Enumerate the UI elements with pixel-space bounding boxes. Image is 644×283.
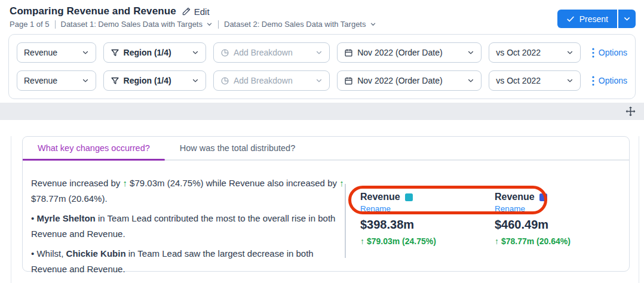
pie-chart-icon [220,48,229,57]
pie-chart-icon [220,76,229,85]
up-arrow-icon: ↑ [122,178,127,188]
add-breakdown-select-2[interactable]: Add Breakdown [213,70,330,91]
options-label: Options [599,76,627,85]
rename-link[interactable]: Rename [495,204,525,213]
metric-select-label: Revenue [24,76,57,85]
chevron-down-icon [467,49,474,56]
check-icon [566,15,575,23]
up-arrow-icon: ↑ [339,178,344,188]
dataset1-selector[interactable]: Dataset 1: Demo Sales Data with Targets [61,20,213,29]
chevron-down-icon [206,21,213,27]
insight-bullet-2: • Whilst, Chickie Kubin in Team Lead saw… [31,246,345,277]
present-button-group: Present [557,10,636,28]
content-panel: What key changes occurred? How was the t… [11,136,639,283]
separator [55,20,56,29]
tab-total-distributed[interactable]: How was the total distributed? [165,137,310,159]
person-name: Chickie Kubin [66,248,126,259]
top-bar-left: Comparing Revenue and Revenue Edit Page … [10,5,376,29]
separator [218,20,219,29]
metric-change: ↑ $79.03m (24.75%) [360,236,495,246]
filter-panel: Revenue Region (1/4) Add Breakdown Nov 2… [8,34,636,99]
edit-label: Edit [194,7,210,17]
filter-row-1: Revenue Region (1/4) Add Breakdown Nov 2… [17,42,627,63]
add-breakdown-placeholder: Add Breakdown [234,76,293,85]
summary-text: Revenue increased by ↑ $79.03m (24.75%) … [31,176,345,207]
filter-select-label: Region (1/4) [124,48,171,57]
comparison-select-label: vs Oct 2022 [496,76,541,85]
funnel-icon [111,76,119,85]
present-button[interactable]: Present [557,10,617,28]
move-icon[interactable] [625,106,636,117]
metric-name: Revenue [495,192,535,202]
chevron-down-icon [623,15,631,23]
insight-bullet-1: • Myrle Shelton in Team Lead contributed… [31,211,345,242]
present-label: Present [579,14,608,24]
options-label: Options [599,48,627,57]
date-select-2[interactable]: Nov 2022 (Order Date) [337,70,482,91]
metrics-summary: Revenue Rename $398.38m ↑ $79.03m (24.75… [346,176,629,281]
bullet-segment: • Whilst, [31,248,66,259]
pencil-icon [182,7,191,16]
metric-color-swatch [405,193,413,201]
chevron-down-icon [467,77,474,84]
dataset2-label: Dataset 2: Demo Sales Data with Targets [224,20,366,29]
tab-label: How was the total distributed? [180,143,295,153]
chevron-down-icon [315,77,323,84]
chevron-down-icon [566,49,574,56]
metric-select-1[interactable]: Revenue [17,42,96,63]
present-dropdown-button[interactable] [618,10,636,28]
options-button-2[interactable]: Options [592,76,627,86]
chevron-down-icon [192,49,199,56]
page-title: Comparing Revenue and Revenue [10,5,176,17]
dataset2-selector[interactable]: Dataset 2: Demo Sales Data with Targets [224,20,376,29]
metric-value: $460.49m [495,218,629,232]
edit-button[interactable]: Edit [182,7,210,17]
chevron-down-icon [82,77,89,84]
calendar-icon [344,76,353,85]
comparison-select-label: vs Oct 2022 [496,48,541,57]
comparison-select-2[interactable]: vs Oct 2022 [489,70,580,91]
add-breakdown-select-1[interactable]: Add Breakdown [213,42,330,63]
tab-bar: What key changes occurred? How was the t… [23,137,629,161]
bullet-segment: • [31,213,36,223]
metric-change: ↑ $78.77m (20.64%) [495,236,629,246]
insight-body: Revenue increased by ↑ $79.03m (24.75%) … [23,161,629,281]
filter-select-label: Region (1/4) [124,76,171,85]
metric-select-2[interactable]: Revenue [17,70,96,91]
metric-card-2: Revenue Rename $460.49m ↑ $78.77m (20.64… [495,192,629,281]
funnel-icon [111,48,119,57]
filter-row-2: Revenue Region (1/4) Add Breakdown Nov 2… [17,70,627,91]
tab-key-changes[interactable]: What key changes occurred? [23,137,165,159]
chevron-down-icon [315,49,323,56]
date-select-label: Nov 2022 (Order Date) [357,48,442,57]
insight-card: What key changes occurred? How was the t… [22,136,630,272]
calendar-icon [344,48,353,57]
chevron-down-icon [370,21,376,27]
summary-segment: Revenue increased by [31,178,122,188]
dataset1-label: Dataset 1: Demo Sales Data with Targets [61,20,203,29]
date-select-label: Nov 2022 (Order Date) [357,76,442,85]
summary-segment: $79.03m (24.75%) while Revenue also incr… [127,178,339,188]
comparison-select-1[interactable]: vs Oct 2022 [489,42,580,63]
metric-value: $398.38m [360,218,495,232]
chevron-down-icon [566,77,574,84]
metric-color-swatch [539,193,547,201]
options-button-1[interactable]: Options [592,48,627,58]
tab-label: What key changes occurred? [38,143,150,153]
filter-select-1[interactable]: Region (1/4) [103,42,206,63]
page-indicator: Page 1 of 5 [10,20,50,29]
chevron-down-icon [82,49,89,56]
top-bar: Comparing Revenue and Revenue Edit Page … [0,0,644,29]
person-name: Myrle Shelton [36,213,95,223]
section-drag-bar[interactable] [0,103,644,120]
filter-select-2[interactable]: Region (1/4) [103,70,206,91]
breadcrumb: Page 1 of 5 Dataset 1: Demo Sales Data w… [10,20,376,29]
chevron-down-icon [192,77,199,84]
insight-text: Revenue increased by ↑ $79.03m (24.75%) … [31,176,345,281]
metric-card-1: Revenue Rename $398.38m ↑ $79.03m (24.75… [360,192,495,281]
summary-segment: $78.77m (20.64%). [31,193,108,204]
rename-link[interactable]: Rename [360,204,391,213]
metric-name: Revenue [360,192,400,202]
kebab-menu-icon [592,48,594,58]
date-select-1[interactable]: Nov 2022 (Order Date) [337,42,482,63]
